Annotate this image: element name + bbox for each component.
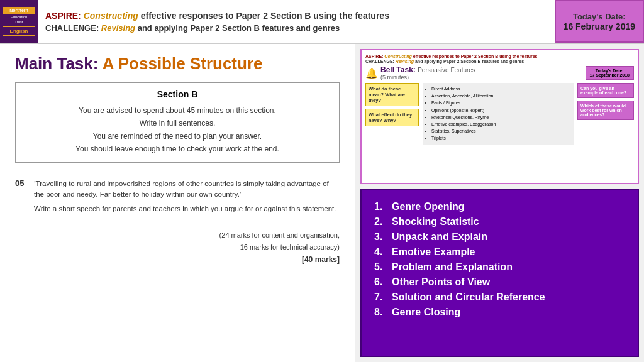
bt-title-block: Bell Task: Persuasive Features (5 minute… xyxy=(380,65,475,80)
list-item: Assertion, Anecdote, Alliteration xyxy=(431,92,571,99)
list-item: Direct Address xyxy=(431,85,571,92)
structure-item-2: 2. Shocking Statistic xyxy=(374,214,625,229)
section-b-line2: Write in full sentences. xyxy=(26,117,329,129)
bt-minutes: (5 minutes) xyxy=(380,74,475,80)
bt-title-text: Bell Task: Persuasive Features xyxy=(380,65,475,74)
structure-label-1: Genre Opening xyxy=(392,201,465,212)
structure-label-3: Unpack and Explain xyxy=(392,231,487,243)
question-number: 05 xyxy=(15,178,34,188)
structure-item-4: 4. Emotive Example xyxy=(374,244,625,260)
bell-task-card: ASPIRE: Constructing effective responses… xyxy=(360,49,639,184)
bt-challenge: CHALLENGE: Revising and applying Paper 2… xyxy=(365,59,634,63)
structure-label-4: Emotive Example xyxy=(392,246,475,258)
list-item: Emotive examples, Exaggeration xyxy=(431,121,571,128)
bt-date-label: Today's Date: xyxy=(590,69,630,73)
question-row: 05 ‘Travelling to rural and impoverished… xyxy=(15,178,340,219)
bt-subtitle-text: Persuasive Features xyxy=(418,67,475,74)
list-item: Opinions (opposite, expert) xyxy=(431,107,571,114)
bt-body: What do these mean? What are they? What … xyxy=(365,83,634,145)
section-b-text: You are advised to spend about 45 minute… xyxy=(26,104,329,156)
logo-top: Northern xyxy=(3,7,35,14)
section-b-line4: You should leave enough time to check yo… xyxy=(26,143,329,155)
divider xyxy=(15,172,340,172)
list-item: Facts / Figures xyxy=(431,99,571,106)
aspire-italic: Constructing xyxy=(84,11,138,21)
bt-title-label: Bell Task: xyxy=(380,65,416,74)
structure-item-5: 5. Problem and Explanation xyxy=(374,260,625,275)
header-text: ASPIRE: Constructing effective responses… xyxy=(38,0,555,43)
structure-num-8: 8. xyxy=(374,307,388,318)
challenge-label: CHALLENGE: xyxy=(45,23,99,33)
section-b-line1: You are advised to spend about 45 minute… xyxy=(26,104,329,117)
challenge-line: CHALLENGE: Revising and applying Paper 2… xyxy=(45,23,547,33)
logo: Northern Education Trust English xyxy=(0,0,38,43)
date-box: Today's Date: 16 February 2019 xyxy=(555,0,644,43)
structure-list: 1. Genre Opening 2. Shocking Statistic 3… xyxy=(374,199,625,320)
structure-num-1: 1. xyxy=(374,201,388,212)
bt-top-row: 🔔 Bell Task: Persuasive Features (5 minu… xyxy=(365,65,634,80)
section-b-box: Section B You are advised to spend about… xyxy=(15,82,340,163)
bt-purple2: Which of these would work best for which… xyxy=(577,101,634,120)
logo-mid: Education Trust xyxy=(11,14,28,26)
structure-item-6: 6. Other Points of View xyxy=(374,275,625,290)
question-instruction: Write a short speech for parents and tea… xyxy=(34,204,340,214)
bt-yellow2: What effect do they have? Why? xyxy=(365,109,419,126)
structure-num-5: 5. xyxy=(374,261,388,273)
structure-label-7: Solution and Circular Reference xyxy=(392,292,545,303)
structure-item-1: 1. Genre Opening xyxy=(374,199,625,214)
aspire-rest: effective responses to Paper 2 Section B… xyxy=(141,11,389,21)
structure-box: 1. Genre Opening 2. Shocking Statistic 3… xyxy=(360,189,639,357)
aspire-line: ASPIRE: Constructing effective responses… xyxy=(45,11,547,21)
bt-date-box: Today's Date: 17 September 2018 xyxy=(586,66,634,80)
marks-line1: (24 marks for content and organisation, xyxy=(15,229,340,241)
date-value: 16 February 2019 xyxy=(564,21,635,31)
header: Northern Education Trust English ASPIRE:… xyxy=(0,0,644,44)
bt-title-area: 🔔 Bell Task: Persuasive Features (5 minu… xyxy=(365,65,475,80)
bt-date-value: 17 September 2018 xyxy=(590,73,630,77)
bt-center-col: Direct Address Assertion, Anecdote, Alli… xyxy=(423,83,574,145)
list-item: Statistics, Superlatives xyxy=(431,128,571,134)
logo-bottom: English xyxy=(3,26,35,36)
date-label: Today's Date: xyxy=(573,12,626,21)
structure-item-3: 3. Unpack and Explain xyxy=(374,229,625,244)
bt-list: Direct Address Assertion, Anecdote, Alli… xyxy=(425,85,571,142)
bt-aspire: ASPIRE: Constructing effective responses… xyxy=(365,54,634,58)
bt-yellow1: What do these mean? What are they? xyxy=(365,83,419,106)
challenge-rest: and applying Paper 2 Section B features … xyxy=(138,23,340,33)
bt-right-col: Can you give an example of each one? Whi… xyxy=(577,83,634,145)
left-panel: Main Task: A Possible Structure Section … xyxy=(0,44,355,362)
main-task-sub: A Possible Structure xyxy=(103,54,263,73)
main-content: Main Task: A Possible Structure Section … xyxy=(0,44,644,362)
question-quote: ‘Travelling to rural and impoverished re… xyxy=(34,178,340,200)
marks-total: [40 marks] xyxy=(15,253,340,266)
structure-num-7: 7. xyxy=(374,292,388,303)
structure-label-5: Problem and Explanation xyxy=(392,261,513,273)
structure-num-6: 6. xyxy=(374,277,388,288)
bt-purple1: Can you give an example of each one? xyxy=(577,83,634,98)
list-item: Triplets xyxy=(431,134,571,141)
structure-num-4: 4. xyxy=(374,246,388,258)
marks-area: (24 marks for content and organisation, … xyxy=(15,229,340,266)
right-panel: ASPIRE: Constructing effective responses… xyxy=(355,44,644,362)
question-body: ‘Travelling to rural and impoverished re… xyxy=(34,178,340,219)
structure-label-6: Other Points of View xyxy=(392,277,490,288)
structure-item-8: 8. Genre Closing xyxy=(374,305,625,320)
structure-label-8: Genre Closing xyxy=(392,307,460,318)
marks-line2: 16 marks for technical accuracy) xyxy=(15,241,340,253)
main-task-title: Main Task: A Possible Structure xyxy=(15,54,340,74)
structure-label-2: Shocking Statistic xyxy=(392,216,479,228)
bell-icon: 🔔 xyxy=(365,67,378,79)
structure-item-7: 7. Solution and Circular Reference xyxy=(374,290,625,305)
structure-num-2: 2. xyxy=(374,216,388,228)
aspire-label: ASPIRE: xyxy=(45,11,81,21)
bt-left-col: What do these mean? What are they? What … xyxy=(365,83,419,145)
section-b-title: Section B xyxy=(26,89,329,99)
challenge-italic: Revising xyxy=(101,23,135,33)
structure-num-3: 3. xyxy=(374,231,388,243)
main-task-main: Main Task: xyxy=(15,54,98,73)
section-b-line3: You are reminded of the need to plan you… xyxy=(26,130,329,143)
list-item: Rhetorical Questions, Rhyme xyxy=(431,114,571,121)
